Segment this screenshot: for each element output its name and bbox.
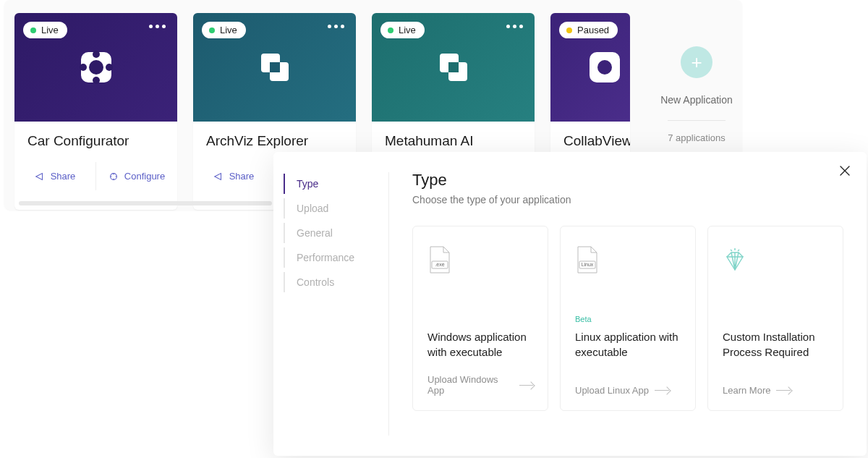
configure-button[interactable]: Configure — [95, 162, 177, 190]
arrow-right-icon — [519, 385, 533, 386]
new-application-button[interactable]: + — [681, 46, 712, 78]
cta-label: Upload Windows App — [427, 374, 514, 396]
application-body: CollabViewer — [550, 122, 630, 153]
status-dot-icon — [30, 27, 36, 33]
type-option-title: Linux application with executable — [575, 329, 681, 360]
applications-scrollbar[interactable] — [19, 201, 272, 205]
app-logo-icon — [255, 48, 294, 87]
type-option-windows[interactable]: .exe Windows application with executable… — [412, 226, 548, 411]
share-icon — [35, 171, 45, 182]
svg-rect-2 — [93, 51, 100, 58]
cta-label: Learn More — [723, 385, 770, 396]
svg-rect-5 — [106, 64, 113, 71]
status-label: Paused — [577, 25, 609, 35]
status-pill: Live — [23, 22, 67, 38]
status-label: Live — [41, 25, 59, 35]
nav-item-general[interactable]: General — [284, 223, 389, 243]
application-hero: Live — [193, 13, 356, 122]
status-dot-icon — [388, 27, 393, 33]
beta-badge: Beta — [575, 315, 681, 325]
type-option-cta[interactable]: Upload Windows App — [427, 374, 533, 396]
type-option-title: Windows application with executable — [427, 329, 533, 360]
type-option-title: Custom Installation Process Required — [723, 329, 828, 360]
status-dot-icon — [566, 27, 572, 33]
status-pill: Paused — [559, 22, 618, 38]
application-hero: Live — [372, 13, 535, 122]
new-application-label: New Application — [660, 94, 733, 106]
status-label: Live — [399, 25, 416, 35]
status-label: Live — [220, 25, 237, 35]
svg-rect-3 — [93, 77, 100, 84]
modal-main: Type Choose the type of your application… — [389, 152, 867, 456]
share-button[interactable]: Share — [193, 162, 274, 190]
configure-icon — [109, 171, 119, 182]
application-title: Metahuman AI — [385, 133, 522, 149]
file-linux-icon: Linux — [575, 245, 600, 274]
share-label: Share — [229, 171, 255, 182]
nav-item-controls[interactable]: Controls — [284, 272, 389, 292]
svg-text:Linux: Linux — [582, 262, 594, 267]
status-dot-icon — [209, 27, 215, 33]
application-hero: Paused — [550, 13, 630, 122]
plus-icon: + — [691, 51, 702, 74]
card-menu-button[interactable] — [328, 25, 344, 28]
configure-label: Configure — [124, 171, 165, 182]
card-menu-button[interactable] — [506, 25, 523, 28]
nav-item-upload[interactable]: Upload — [284, 198, 389, 219]
application-hero: Live — [14, 13, 177, 122]
nav-item-performance[interactable]: Performance — [284, 247, 389, 268]
application-actions: Share Configure — [14, 162, 177, 190]
application-card[interactable]: Live Car Configurator Share Configure — [14, 13, 177, 210]
modal-title: Type — [412, 171, 843, 190]
create-application-modal: Type Upload General Performance Controls… — [273, 152, 867, 456]
status-pill: Live — [380, 22, 425, 38]
svg-point-14 — [597, 60, 612, 75]
application-title: ArchViz Explorer — [206, 133, 343, 149]
application-title: Car Configurator — [27, 133, 164, 149]
type-options: .exe Windows application with executable… — [412, 226, 843, 411]
modal-nav: Type Upload General Performance Controls — [273, 152, 389, 456]
cta-label: Upload Linux App — [575, 385, 649, 396]
share-button[interactable]: Share — [14, 162, 95, 190]
file-exe-icon: .exe — [427, 245, 452, 274]
app-logo-icon — [585, 48, 624, 87]
application-body: Car Configurator — [14, 122, 177, 153]
type-option-custom[interactable]: Custom Installation Process Required Lea… — [707, 226, 843, 411]
arrow-right-icon — [655, 390, 669, 391]
application-body: Metahuman AI — [372, 122, 535, 153]
svg-point-1 — [89, 60, 103, 75]
nav-item-type[interactable]: Type — [284, 174, 389, 194]
application-title: CollabViewer — [563, 133, 617, 149]
card-menu-button[interactable] — [149, 25, 166, 28]
svg-rect-4 — [80, 64, 87, 71]
svg-text:.exe: .exe — [435, 262, 444, 267]
close-button[interactable] — [839, 165, 851, 177]
gem-icon — [723, 245, 747, 274]
type-option-cta[interactable]: Learn More — [723, 385, 828, 396]
type-option-linux[interactable]: Linux Beta Linux application with execut… — [560, 226, 696, 411]
divider — [668, 120, 726, 121]
application-body: ArchViz Explorer — [193, 122, 356, 153]
arrow-right-icon — [776, 390, 791, 391]
app-logo-icon — [77, 48, 116, 87]
share-icon — [213, 171, 224, 182]
application-count: 7 applications — [668, 132, 726, 143]
modal-subtitle: Choose the type of your application — [412, 194, 843, 205]
status-pill: Live — [202, 22, 246, 38]
type-option-cta[interactable]: Upload Linux App — [575, 385, 681, 396]
app-logo-icon — [434, 48, 473, 87]
share-label: Share — [51, 171, 76, 182]
